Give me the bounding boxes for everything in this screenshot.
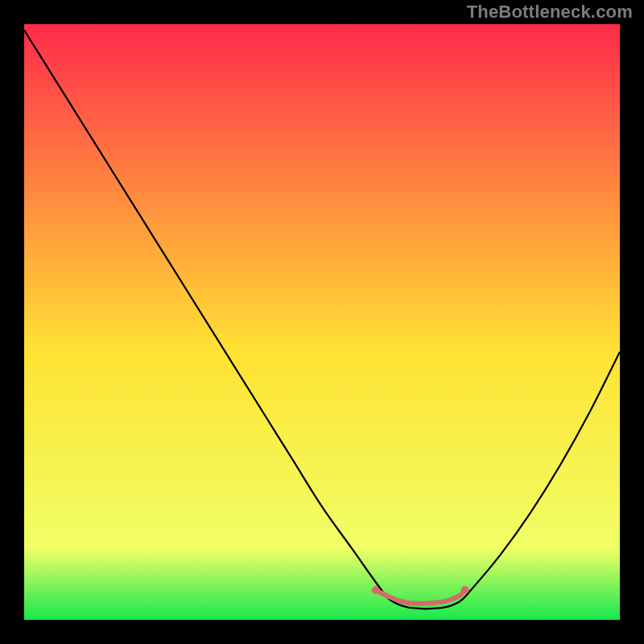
- watermark-text: TheBottleneck.com: [467, 2, 633, 23]
- chart-frame: TheBottleneck.com: [0, 0, 644, 644]
- optimal-band-end-dot: [372, 586, 380, 594]
- optimal-band-end-dot: [461, 586, 469, 594]
- chart-svg: [24, 24, 620, 620]
- chart-plot-area: [24, 24, 620, 620]
- chart-background: [24, 24, 620, 620]
